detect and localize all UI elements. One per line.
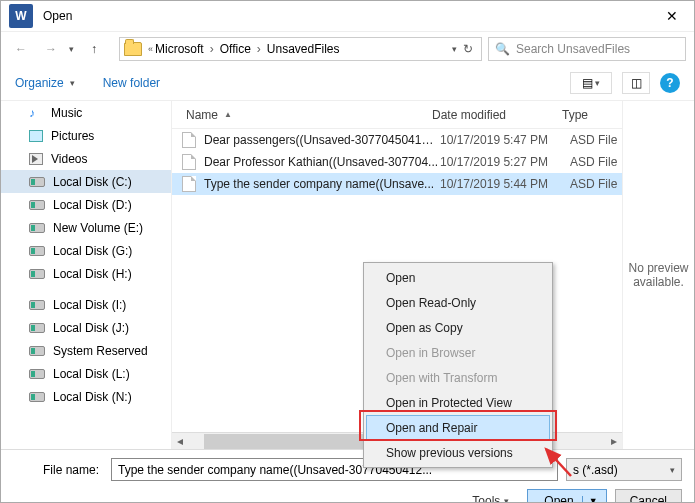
sort-asc-icon: ▲ (224, 110, 232, 119)
column-date[interactable]: Date modified (432, 108, 562, 122)
disk-icon (29, 200, 45, 210)
history-dropdown-icon[interactable]: ▾ (69, 44, 85, 54)
disk-icon (29, 269, 45, 279)
sidebar-item-pictures[interactable]: Pictures (1, 124, 171, 147)
ctx-open[interactable]: Open (366, 265, 550, 290)
ctx-open-read-only[interactable]: Open Read-Only (366, 290, 550, 315)
disk-icon (29, 177, 45, 187)
file-type-filter[interactable]: s (*.asd)▾ (566, 458, 682, 481)
toolbar: Organize▾ New folder ▤▾ ◫ ? (1, 65, 694, 101)
file-icon (182, 132, 196, 148)
breadcrumb-seg[interactable]: Office (220, 42, 251, 56)
titlebar: W Open ✕ (1, 1, 694, 31)
ctx-show-previous-versions[interactable]: Show previous versions (366, 440, 550, 465)
organize-button[interactable]: Organize▾ (15, 76, 75, 90)
sidebar-item-local-disk-h[interactable]: Local Disk (H:) (1, 262, 171, 285)
open-button[interactable]: Open ▼ (527, 489, 606, 503)
breadcrumb[interactable]: « Microsoft › Office › UnsavedFiles ▾ ↻ (119, 37, 482, 61)
up-folder-icon[interactable]: ↑ (91, 42, 113, 56)
disk-icon (29, 246, 45, 256)
file-list-header: Name▲ Date modified Type (172, 101, 622, 129)
sidebar-item-local-disk-n[interactable]: Local Disk (N:) (1, 385, 171, 408)
ctx-open-in-browser: Open in Browser (366, 340, 550, 365)
column-name[interactable]: Name▲ (172, 108, 432, 122)
sidebar-item-local-disk-c[interactable]: Local Disk (C:) (1, 170, 171, 193)
disk-icon (29, 346, 45, 356)
main-area: ♪Music Pictures Videos Local Disk (C:) L… (1, 101, 694, 449)
refresh-icon[interactable]: ↻ (463, 42, 473, 56)
breadcrumb-seg[interactable]: UnsavedFiles (267, 42, 340, 56)
sidebar-item-videos[interactable]: Videos (1, 147, 171, 170)
tools-button[interactable]: Tools▾ (472, 494, 509, 504)
open-context-menu: Open Open Read-Only Open as Copy Open in… (363, 262, 553, 468)
ctx-open-with-transform: Open with Transform (366, 365, 550, 390)
view-mode-button[interactable]: ▤▾ (570, 72, 612, 94)
file-row[interactable]: Dear Professor Kathian((Unsaved-307704..… (172, 151, 622, 173)
disk-icon (29, 223, 45, 233)
search-input[interactable]: 🔍 Search UnsavedFiles (488, 37, 686, 61)
videos-icon (29, 153, 43, 165)
chevron-down-icon[interactable]: ▾ (452, 44, 457, 54)
sidebar-item-new-volume-e[interactable]: New Volume (E:) (1, 216, 171, 239)
open-dropdown-icon[interactable]: ▼ (582, 496, 598, 504)
window-title: Open (43, 9, 72, 23)
breadcrumb-seg[interactable]: Microsoft (155, 42, 204, 56)
word-app-icon: W (9, 4, 33, 28)
cancel-button[interactable]: Cancel (615, 489, 682, 503)
file-name-label: File name: (13, 463, 103, 477)
scrollbar-thumb[interactable] (204, 434, 384, 449)
chevron-down-icon: ▾ (670, 465, 675, 475)
sidebar-item-local-disk-l[interactable]: Local Disk (L:) (1, 362, 171, 385)
sidebar-item-music[interactable]: ♪Music (1, 101, 171, 124)
file-row[interactable]: Dear passengers((Unsaved-307704504126...… (172, 129, 622, 151)
navigation-bar: ← → ▾ ↑ « Microsoft › Office › UnsavedFi… (1, 31, 694, 65)
sidebar: ♪Music Pictures Videos Local Disk (C:) L… (1, 101, 171, 449)
new-folder-button[interactable]: New folder (103, 76, 160, 90)
sidebar-item-system-reserved[interactable]: System Reserved (1, 339, 171, 362)
search-icon: 🔍 (495, 42, 510, 56)
disk-icon (29, 369, 45, 379)
disk-icon (29, 323, 45, 333)
sidebar-item-local-disk-g[interactable]: Local Disk (G:) (1, 239, 171, 262)
folder-icon (124, 42, 142, 56)
file-icon (182, 154, 196, 170)
sidebar-item-local-disk-j[interactable]: Local Disk (J:) (1, 316, 171, 339)
file-row[interactable]: Type the sender company name((Unsave... … (172, 173, 622, 195)
back-icon[interactable]: ← (9, 37, 33, 61)
sidebar-item-local-disk-d[interactable]: Local Disk (D:) (1, 193, 171, 216)
search-placeholder: Search UnsavedFiles (516, 42, 630, 56)
scroll-left-icon[interactable]: ◂ (172, 434, 188, 448)
forward-icon[interactable]: → (39, 37, 63, 61)
column-type[interactable]: Type (562, 108, 622, 122)
ctx-open-as-copy[interactable]: Open as Copy (366, 315, 550, 340)
pictures-icon (29, 130, 43, 142)
music-icon: ♪ (29, 106, 43, 120)
bottom-panel: File name: s (*.asd)▾ Tools▾ Open ▼ Canc… (1, 449, 694, 503)
ctx-open-protected-view[interactable]: Open in Protected View (366, 390, 550, 415)
help-icon[interactable]: ? (660, 73, 680, 93)
file-icon (182, 176, 196, 192)
preview-pane: No preview available. (622, 101, 694, 449)
scroll-right-icon[interactable]: ▸ (606, 434, 622, 448)
ctx-open-and-repair[interactable]: Open and Repair (366, 415, 550, 440)
sidebar-item-local-disk-i[interactable]: Local Disk (I:) (1, 293, 171, 316)
disk-icon (29, 392, 45, 402)
disk-icon (29, 300, 45, 310)
close-icon[interactable]: ✕ (652, 1, 692, 31)
preview-pane-button[interactable]: ◫ (622, 72, 650, 94)
